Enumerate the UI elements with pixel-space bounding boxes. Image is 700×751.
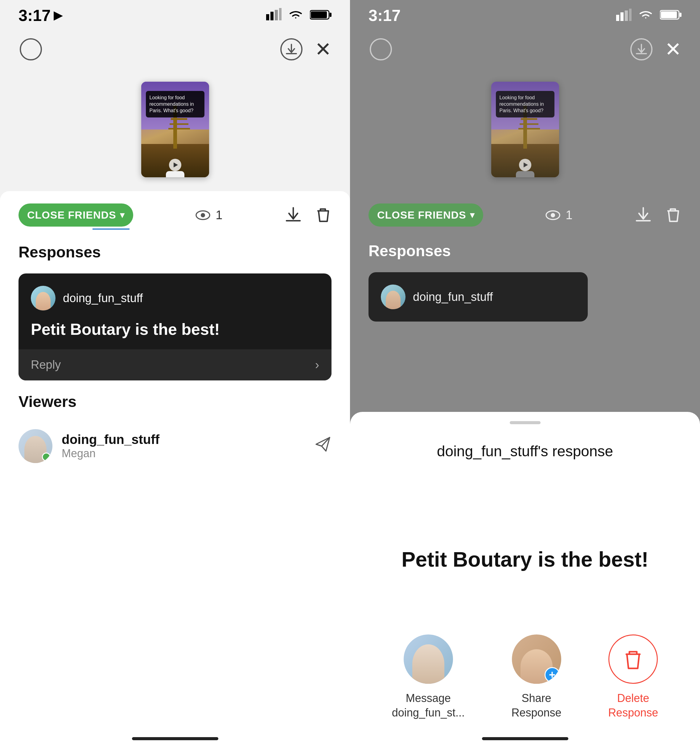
toolbar-row-right: CLOSE FRIENDS ▾ 1: [368, 204, 681, 227]
signal-icon-right: [616, 9, 632, 22]
home-indicator-left: [0, 726, 350, 751]
svg-rect-10: [620, 12, 624, 21]
status-bar-left: 3:17 ▶: [0, 0, 350, 31]
top-nav-right: ✕: [350, 31, 700, 68]
close-icon-left[interactable]: ✕: [315, 39, 332, 59]
left-panel: 3:17 ▶ ✕: [0, 0, 350, 751]
responses-title-left: Responses: [19, 243, 332, 261]
download-button-right[interactable]: [635, 206, 652, 224]
status-icons-left: [266, 8, 332, 23]
settings-icon-right[interactable]: [368, 37, 393, 62]
battery-icon-left: [310, 9, 332, 22]
viewer-row-left: doing_fun_stuff Megan: [19, 423, 332, 469]
svg-rect-1: [270, 12, 274, 20]
viewers-title-left: Viewers: [19, 393, 332, 411]
eye-icon-left: [195, 209, 211, 221]
status-time-right: 3:17: [368, 6, 400, 25]
svg-rect-2: [275, 10, 278, 20]
trash-icon: [621, 647, 646, 671]
viewer-avatar-left: [19, 429, 53, 463]
message-action[interactable]: Messagedoing_fun_st...: [392, 635, 465, 720]
svg-rect-14: [661, 11, 677, 18]
response-card-left[interactable]: doing_fun_stuff Petit Boutary is the bes…: [19, 274, 332, 380]
viewers-section-left: Viewers doing_fun_stuff Megan: [19, 393, 332, 469]
close-friends-badge-right[interactable]: CLOSE FRIENDS ▾: [368, 204, 483, 227]
svg-rect-3: [279, 8, 281, 20]
settings-icon-left[interactable]: [19, 37, 43, 62]
svg-rect-6: [330, 12, 332, 17]
svg-rect-12: [629, 9, 632, 21]
message-label: Messagedoing_fun_st...: [392, 691, 465, 720]
toolbar-actions-right: [635, 206, 681, 224]
reply-label-left: Reply: [31, 358, 61, 371]
response-text-left: Petit Boutary is the best!: [31, 319, 319, 340]
status-time-left: 3:17 ▶: [19, 6, 62, 25]
delete-circle: [609, 635, 658, 684]
bottom-sheet: doing_fun_stuff's response Petit Boutary…: [350, 412, 700, 751]
viewer-real-name-left: Megan: [62, 447, 305, 460]
views-underline: [93, 229, 130, 230]
svg-rect-9: [616, 15, 619, 21]
svg-rect-0: [266, 14, 269, 20]
time-left: 3:17: [19, 6, 51, 25]
wifi-icon-right: [638, 9, 654, 22]
close-icon-right[interactable]: ✕: [665, 39, 681, 59]
status-icons-right: [616, 9, 681, 22]
story-preview-right: Looking for food recommendations in Pari…: [350, 68, 700, 191]
viewer-info-left: doing_fun_stuff Megan: [62, 432, 305, 460]
send-icon-left[interactable]: [314, 436, 332, 457]
views-number-right: 1: [566, 208, 572, 222]
delete-response-action[interactable]: DeleteResponse: [608, 635, 658, 720]
svg-rect-5: [311, 11, 327, 18]
svg-rect-15: [680, 12, 681, 17]
home-bar-right: [482, 737, 568, 740]
download-icon-left[interactable]: [280, 38, 303, 60]
delete-button-left[interactable]: [314, 206, 332, 224]
wifi-icon-left: [288, 9, 304, 22]
location-icon-left: ▶: [54, 9, 62, 22]
views-count-right: 1: [545, 208, 572, 222]
download-button-left[interactable]: [284, 206, 302, 224]
share-response-action[interactable]: + ShareResponse: [511, 635, 561, 720]
delete-response-label: DeleteResponse: [608, 691, 658, 720]
response-username-left: doing_fun_stuff: [63, 292, 143, 305]
share-avatar: +: [512, 635, 561, 684]
download-icon-right[interactable]: [630, 38, 652, 60]
response-username-right: doing_fun_stuff: [413, 291, 493, 304]
story-card-left[interactable]: Looking for food recommendations in Pari…: [141, 82, 209, 177]
home-indicator-right: [350, 726, 700, 751]
response-avatar-right: [381, 284, 405, 309]
home-bar-left: [132, 737, 218, 740]
views-count-left: 1: [195, 208, 223, 222]
plus-badge: +: [545, 667, 560, 683]
content-area-left: CLOSE FRIENDS ▾ 1 Responses: [0, 191, 350, 726]
signal-icon-left: [266, 8, 281, 23]
svg-point-17: [551, 213, 555, 217]
response-avatar-left: [31, 286, 56, 311]
close-friends-label-left: CLOSE FRIENDS: [27, 209, 116, 221]
chevron-down-icon-left: ▾: [120, 210, 125, 220]
right-panel: 3:17 ✕: [350, 0, 700, 751]
story-preview-left: Looking for food recommendations in Pari…: [0, 68, 350, 191]
top-nav-left: ✕: [0, 31, 350, 68]
svg-rect-11: [625, 11, 628, 21]
share-response-label: ShareResponse: [511, 691, 561, 720]
sheet-handle: [510, 421, 541, 424]
viewer-username-left: doing_fun_stuff: [62, 432, 305, 447]
sheet-title: doing_fun_stuff's response: [368, 443, 681, 460]
toolbar-row-left: CLOSE FRIENDS ▾ 1: [19, 204, 332, 227]
chevron-down-icon-right: ▾: [470, 210, 474, 220]
sheet-actions: Messagedoing_fun_st... + ShareResponse D…: [368, 635, 681, 732]
sheet-response-text: Petit Boutary is the best!: [368, 484, 681, 635]
response-footer-left[interactable]: Reply ›: [19, 349, 332, 380]
svg-point-8: [201, 213, 205, 217]
responses-title-right: Responses: [368, 242, 681, 260]
close-friends-badge-left[interactable]: CLOSE FRIENDS ▾: [19, 204, 133, 227]
response-header-left: doing_fun_stuff: [31, 286, 319, 311]
story-card-right[interactable]: Looking for food recommendations in Pari…: [491, 82, 559, 177]
time-right: 3:17: [368, 6, 400, 25]
close-friends-label-right: CLOSE FRIENDS: [377, 209, 466, 221]
chevron-right-icon-left: ›: [315, 358, 319, 372]
delete-button-right[interactable]: [664, 206, 681, 224]
response-card-right[interactable]: doing_fun_stuff: [368, 272, 588, 321]
